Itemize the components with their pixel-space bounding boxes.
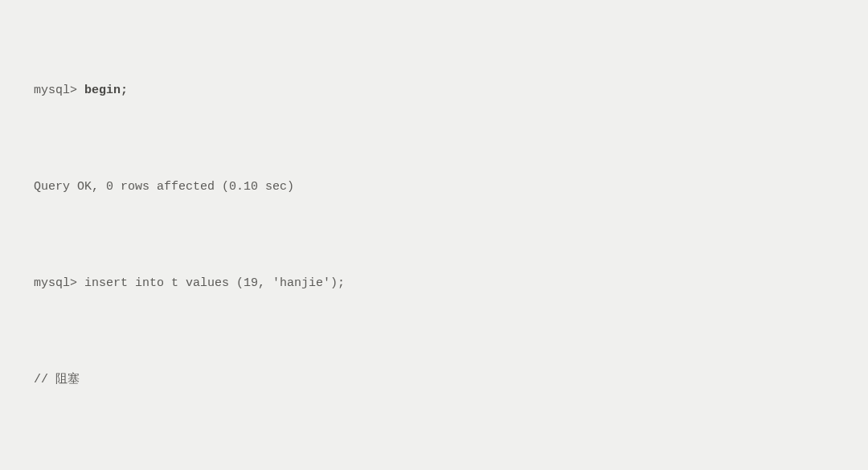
mysql-terminal: mysql> begin; Query OK, 0 rows affected …: [0, 0, 868, 470]
mysql-prompt: mysql>: [34, 84, 77, 97]
cmd-insert: insert into t values (19, 'hanjie');: [84, 276, 345, 290]
mysql-prompt: mysql>: [34, 276, 77, 290]
resp-begin: Query OK, 0 rows affected (0.10 sec): [0, 175, 868, 199]
comment-block: // 阻塞: [0, 368, 868, 392]
cmd-select-line-1: mysql> select ENGINE_LOCK_ID, ENGINE_TRA…: [0, 464, 868, 470]
cmd-begin-line: mysql> begin;: [0, 79, 868, 103]
cmd-begin: begin;: [84, 84, 128, 97]
cmd-insert-line: mysql> insert into t values (19, 'hanjie…: [0, 272, 868, 296]
